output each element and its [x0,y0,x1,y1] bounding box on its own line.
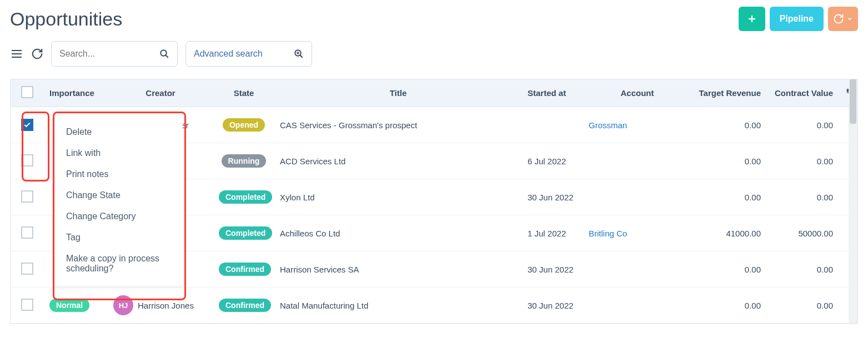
started-cell [522,107,583,143]
context-menu-item[interactable]: Link with [54,143,183,164]
refresh-icon[interactable] [31,48,43,60]
context-menu-item[interactable]: Change Category [54,206,183,227]
title-cell: Achilleos Co Ltd [274,215,522,251]
menu-icon[interactable] [10,47,23,60]
context-menu-item[interactable]: Change State [54,185,183,206]
search-plus-icon [294,49,304,59]
table-row[interactable]: NormalHJHarrison JonesConfirmedNatal Man… [11,287,857,324]
title-cell: Xylon Ltd [274,179,522,215]
state-badge: Completed [219,226,272,240]
started-cell: 30 Jun 2022 [522,251,583,287]
col-started[interactable]: Started at [522,79,583,107]
search-input[interactable] [59,49,154,59]
state-badge: Completed [219,190,272,204]
row-context-menu: DeleteLink withPrint notesChange StateCh… [54,115,183,286]
context-menu-item[interactable]: Print notes [54,164,183,185]
select-all-checkbox[interactable] [21,86,33,98]
revenue-cell: 41000.00 [691,215,766,251]
opportunities-grid: Importance Creator State Title Started a… [10,79,858,324]
row-checkbox[interactable] [21,299,33,311]
state-badge: Opened [223,118,265,132]
table-header-row: Importance Creator State Title Started a… [11,79,857,107]
context-menu-item[interactable]: Make a copy in process scheduling? [54,248,183,279]
started-cell: 6 Jul 2022 [522,143,583,179]
contract-cell: 0.00 [766,143,839,179]
contract-cell: 50000.00 [766,215,839,251]
col-revenue[interactable]: Target Revenue [691,79,766,107]
pipeline-button[interactable]: Pipeline [770,7,824,31]
svg-line-6 [165,55,168,58]
state-badge: Running [222,154,267,168]
state-badge: Confirmed [219,299,271,312]
chevron-down-icon [846,16,853,22]
started-cell: 30 Jun 2022 [522,287,583,324]
creator-name: Harrison Jones [138,301,194,310]
revenue-cell: 0.00 [691,287,766,324]
row-checkbox[interactable] [21,263,33,275]
add-button[interactable] [739,7,765,31]
svg-line-8 [300,55,303,58]
row-checkbox[interactable] [21,226,33,239]
title-cell: ACD Services Ltd [274,143,522,179]
avatar: HJ [113,295,133,315]
col-title[interactable]: Title [274,79,522,107]
advanced-search-box[interactable]: Advanced search [185,41,312,67]
revenue-cell: 0.00 [691,251,766,287]
revenue-cell: 0.00 [691,143,766,179]
contract-cell: 0.00 [766,107,839,143]
contract-cell: 0.00 [766,287,839,324]
context-menu-item[interactable]: Tag [54,227,183,248]
search-icon [159,49,169,59]
col-account[interactable]: Account [583,79,691,107]
search-box[interactable] [51,41,178,67]
context-menu-item[interactable]: Delete [54,122,183,143]
vertical-scrollbar[interactable] [849,79,857,324]
title-cell: Natal Manufacturing Ltd [274,287,522,324]
sync-dropdown-button[interactable] [828,7,858,31]
row-checkbox[interactable] [21,119,33,131]
page-title: Opportunities [10,8,122,30]
row-checkbox[interactable] [21,190,33,203]
col-creator[interactable]: Creator [108,79,213,107]
col-importance[interactable]: Importance [44,79,108,107]
scrollbar-thumb[interactable] [850,79,856,124]
account-link[interactable]: Britling Co [589,229,627,238]
svg-point-5 [160,50,167,56]
started-cell: 30 Jun 2022 [522,179,583,215]
col-state[interactable]: State [213,79,274,107]
sync-icon [833,13,844,24]
title-cell: Harrison Services SA [274,251,522,287]
contract-cell: 0.00 [766,251,839,287]
col-contract[interactable]: Contract Value [766,79,839,107]
started-cell: 1 Jul 2022 [522,215,583,251]
row-checkbox[interactable] [21,154,33,167]
state-badge: Confirmed [219,263,271,276]
importance-badge: Normal [49,299,89,312]
title-cell: CAS Services - Grossman's prospect [274,107,522,143]
advanced-search-link[interactable]: Advanced search [194,49,288,59]
revenue-cell: 0.00 [691,179,766,215]
revenue-cell: 0.00 [691,107,766,143]
account-link[interactable]: Grossman [589,120,627,130]
contract-cell: 0.00 [766,179,839,215]
plus-icon [747,14,757,24]
